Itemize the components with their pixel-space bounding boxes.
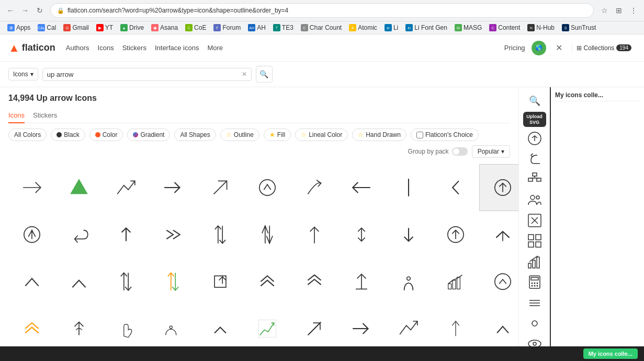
bookmark-lifontgen[interactable]: in Li Font Gen (402, 23, 450, 32)
bookmark-apps[interactable]: ⊞ Apps (4, 23, 33, 32)
icon-expand-arrows[interactable] (338, 211, 385, 258)
panel-calculator-icon[interactable] (523, 273, 546, 291)
icon-diagonal-arrow[interactable] (197, 164, 244, 211)
tab-icons[interactable]: Icons (8, 108, 25, 123)
panel-search-icon[interactable]: 🔍 (523, 91, 546, 110)
nav-more[interactable]: More (207, 42, 223, 54)
filter-hand-drawn[interactable]: ☆ Hand Drawn (352, 129, 406, 141)
icon-trending-up[interactable] (103, 164, 150, 211)
bookmark-ah[interactable]: AH AH (245, 23, 269, 32)
browser-menu-button[interactable]: ⋮ (627, 4, 640, 17)
icon-up-arrow-simple[interactable] (103, 211, 150, 258)
panel-settings-icon[interactable] (523, 314, 546, 332)
back-button[interactable]: ← (4, 4, 17, 17)
panel-users-icon[interactable] (523, 191, 546, 209)
icon-up-with-person[interactable] (55, 305, 103, 352)
icon-circle-up-arrow[interactable] (432, 211, 479, 258)
icon-left-arrow[interactable] (338, 164, 385, 211)
icon-chevron-up-simple[interactable] (197, 305, 244, 352)
nav-interface-icons[interactable]: Interface icons (155, 42, 199, 54)
search-type-selector[interactable]: Icons ▾ (8, 68, 38, 80)
icon-double-right[interactable] (150, 211, 197, 258)
panel-chart-icon[interactable] (523, 252, 546, 271)
filter-flaticons-choice[interactable]: Flaticon's Choice (411, 129, 479, 141)
close-collections-panel-button[interactable]: ✕ (552, 42, 566, 54)
bookmark-yt[interactable]: ▶ YT (93, 23, 116, 32)
icon-up-down-arrows[interactable] (197, 211, 244, 258)
search-clear-button[interactable]: ✕ (242, 71, 247, 78)
bookmark-nhub[interactable]: N N-Hub (524, 23, 558, 32)
icon-up-arrow-thin[interactable] (432, 305, 479, 352)
bookmark-atomic[interactable]: A Atomic (346, 23, 380, 32)
logo[interactable]: ▲ flaticon (8, 41, 55, 55)
icon-double-chevron-up-orange[interactable] (8, 305, 55, 352)
bookmark-li[interactable]: in Li (381, 23, 401, 32)
icon-right-arrow[interactable] (8, 164, 55, 211)
nav-stickers[interactable]: Stickers (122, 42, 146, 54)
bookmark-masg[interactable]: M MASG (451, 23, 485, 32)
group-by-switch[interactable] (452, 147, 468, 156)
icon-double-chevron-up-2[interactable] (291, 258, 338, 305)
collections-button[interactable]: ⊞ Collections 194 (572, 42, 636, 54)
bookmark-forum[interactable]: F Forum (210, 23, 244, 32)
filter-lineal-color[interactable]: ☆ Lineal Color (295, 129, 348, 141)
address-bar[interactable]: 🔒 flaticon.com/search?word=up%20arrow&ty… (50, 3, 594, 18)
icon-expand-box[interactable] (197, 258, 244, 305)
panel-arrow-up-circle[interactable] (523, 129, 546, 147)
bookmark-cal[interactable]: CAL Cal (35, 23, 59, 32)
tab-stickers[interactable]: Stickers (33, 108, 57, 123)
icon-hand-up[interactable] (385, 258, 432, 305)
filter-black[interactable]: Black (51, 129, 85, 141)
icon-hand-pointer[interactable] (103, 305, 150, 352)
icon-double-up-arrow[interactable] (479, 211, 518, 258)
user-avatar[interactable]: 🌎 (532, 41, 546, 55)
panel-lines-icon[interactable] (523, 294, 546, 312)
icon-chevron-up[interactable] (8, 258, 55, 305)
icon-up-arrow-fill[interactable] (55, 164, 103, 211)
filter-fill[interactable]: ★ Fill (264, 129, 291, 141)
icon-right-arrow-2[interactable] (338, 305, 385, 352)
panel-close-rect-icon[interactable] (523, 211, 546, 229)
refresh-button[interactable]: ↻ (33, 4, 46, 17)
bookmark-star-button[interactable]: ☆ (598, 4, 611, 17)
icon-circle-up-chevron[interactable] (479, 258, 518, 305)
icon-hand-left[interactable] (150, 305, 197, 352)
filter-gradient[interactable]: Gradient (127, 129, 170, 141)
icon-circle-up[interactable] (244, 164, 291, 211)
icon-down-arrow[interactable] (385, 211, 432, 258)
bookmark-coe[interactable]: C CoE (182, 23, 209, 32)
filter-all-shapes[interactable]: All Shapes (174, 129, 216, 141)
pricing-link[interactable]: Pricing (504, 44, 525, 52)
nav-icons[interactable]: Icons (98, 42, 114, 54)
icon-up-arrow-long[interactable] (291, 211, 338, 258)
sort-button[interactable]: Popular ▾ (472, 145, 510, 158)
icon-circle-up-2[interactable] (8, 211, 55, 258)
search-submit-button[interactable]: 🔍 (256, 66, 273, 83)
icon-chevron-up-2[interactable] (55, 258, 103, 305)
flaticons-choice-checkbox[interactable] (416, 132, 423, 138)
bookmark-content[interactable]: C Content (486, 23, 523, 32)
icon-up-line-arrow[interactable] (338, 258, 385, 305)
panel-hierarchy-icon[interactable] (523, 170, 546, 189)
extensions-button[interactable]: ⊞ (613, 4, 625, 17)
my-icons-button[interactable]: My icons colle... (583, 348, 638, 357)
filter-color[interactable]: Color (89, 129, 123, 141)
bookmark-gmail[interactable]: G Gmail (60, 23, 92, 32)
icon-curved-arrow[interactable] (291, 164, 338, 211)
filter-all-colors[interactable]: All Colors (8, 129, 47, 141)
panel-grid-icon[interactable] (523, 232, 546, 250)
bookmark-te3[interactable]: T TE3 (270, 23, 297, 32)
search-input[interactable] (47, 71, 239, 78)
icon-circle-up-selected[interactable] (479, 164, 518, 211)
bookmark-charcount[interactable]: C Char Count (298, 23, 345, 32)
panel-undo-icon[interactable] (523, 149, 546, 168)
bookmark-suntrust[interactable]: S SunTrust (559, 23, 599, 32)
bookmark-drive[interactable]: ▲ Drive (117, 23, 147, 32)
icon-up-down-colored[interactable] (150, 258, 197, 305)
icon-sort-updown[interactable] (103, 258, 150, 305)
bookmark-asana[interactable]: ◉ Asana (148, 23, 181, 32)
icon-chart-up[interactable] (432, 258, 479, 305)
icon-diagonal-arrows[interactable] (291, 305, 338, 352)
forward-button[interactable]: → (19, 4, 31, 17)
icon-trending-chart[interactable] (244, 305, 291, 352)
